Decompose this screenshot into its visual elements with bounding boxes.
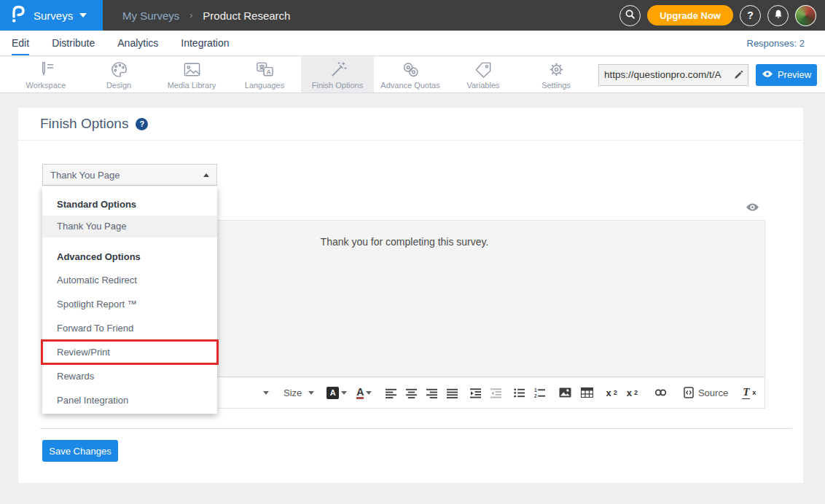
chevron-down-icon: [308, 391, 314, 395]
toolbar-item-media-library[interactable]: Media Library: [155, 57, 228, 92]
toolbar-item-finish-options[interactable]: Finish Options: [301, 57, 374, 92]
tab-integration[interactable]: Integration: [181, 31, 229, 55]
chevron-up-icon: [203, 173, 209, 177]
bulleted-list-button[interactable]: [514, 387, 525, 398]
breadcrumb-my-surveys[interactable]: My Surveys: [122, 9, 179, 22]
dropdown-group-advanced-options: Advanced Options: [42, 246, 217, 268]
insert-image-button[interactable]: [559, 387, 571, 398]
insert-table-button[interactable]: [581, 387, 593, 398]
preview-button[interactable]: Preview: [756, 64, 817, 86]
source-button[interactable]: Source: [684, 387, 728, 398]
brand-menu[interactable]: Surveys: [0, 0, 103, 31]
dropdown-item-review-print[interactable]: Review/Print: [42, 340, 217, 364]
toolbar-item-label: Advance Quotas: [380, 81, 439, 90]
pencil-icon: [733, 70, 743, 80]
toolbar-item-workspace[interactable]: Workspace: [9, 57, 82, 92]
settings-icon: [547, 60, 566, 79]
toolbar-item-label: Settings: [541, 81, 571, 90]
toolbar-item-languages[interactable]: A Languages: [228, 57, 301, 92]
panel-header: Finish Options ?: [18, 108, 803, 141]
help-tooltip-icon[interactable]: ?: [136, 118, 148, 130]
page-title: Finish Options: [40, 116, 128, 132]
variables-icon: [474, 60, 493, 79]
user-avatar[interactable]: [795, 5, 816, 26]
workspace-icon: [36, 60, 56, 79]
edit-toolbar: Workspace Design Media Library: [0, 57, 825, 93]
chevron-down-icon: [366, 391, 372, 395]
dropdown-item-rewards[interactable]: Rewards: [42, 364, 217, 388]
dropdown-item-spotlight-report[interactable]: Spotlight Report ™: [42, 292, 217, 316]
survey-url-field[interactable]: [598, 64, 748, 86]
search-icon: [625, 9, 636, 22]
finish-option-select-value: Thank You Page: [50, 170, 120, 181]
svg-text:1: 1: [534, 387, 537, 393]
finish-option-select[interactable]: Thank You Page: [42, 164, 217, 186]
remove-format-button[interactable]: Tx: [742, 386, 756, 399]
tab-edit[interactable]: Edit: [12, 31, 29, 55]
font-combo-caret[interactable]: [263, 391, 269, 395]
size-combo[interactable]: Size: [284, 387, 314, 398]
breadcrumb-separator: ›: [189, 10, 192, 20]
chevron-down-icon: [79, 13, 87, 17]
upgrade-now-button[interactable]: Upgrade Now: [647, 5, 733, 25]
breadcrumb-current-survey: Product Research: [203, 9, 290, 22]
numbered-list-button[interactable]: 12: [534, 387, 545, 398]
align-right-button[interactable]: [426, 387, 437, 398]
justify-icon: [447, 387, 458, 398]
media-library-icon: [182, 60, 202, 79]
save-changes-button[interactable]: Save Changes: [42, 440, 118, 462]
questionpro-logo-icon: [9, 4, 27, 26]
remove-format-icon: T: [742, 386, 750, 399]
toolbar-item-label: Variables: [466, 81, 499, 90]
notifications-button[interactable]: [767, 5, 789, 26]
toolbar-right-group: Preview: [598, 57, 825, 92]
subscript-button[interactable]: x2: [606, 387, 617, 398]
tab-analytics[interactable]: Analytics: [117, 31, 158, 55]
text-color-button[interactable]: A: [356, 387, 372, 399]
svg-text:2: 2: [534, 393, 537, 398]
responses-count[interactable]: Responses: 2: [747, 38, 805, 49]
eye-icon: [762, 69, 773, 80]
background-color-button[interactable]: A: [327, 387, 347, 399]
content-preview-eye-icon[interactable]: [746, 202, 759, 215]
svg-text:A: A: [266, 68, 271, 75]
dropdown-item-panel-integration[interactable]: Panel Integration: [42, 388, 217, 412]
tab-distribute[interactable]: Distribute: [52, 31, 95, 55]
dropdown-item-thank-you-page[interactable]: Thank You Page: [42, 216, 217, 237]
justify-button[interactable]: [447, 387, 458, 398]
insert-table-icon: [581, 387, 593, 398]
nav-tabs: Edit Distribute Analytics Integration: [12, 31, 229, 55]
indent-increase-button[interactable]: [470, 387, 481, 398]
insert-link-button[interactable]: [654, 387, 667, 398]
link-icon: [654, 387, 667, 398]
bell-icon: [773, 9, 783, 22]
align-right-icon: [426, 387, 437, 398]
dropdown-item-automatic-redirect[interactable]: Automatic Redirect: [42, 268, 217, 292]
preview-button-label: Preview: [778, 69, 811, 80]
toolbar-item-settings[interactable]: Settings: [520, 57, 593, 92]
survey-url-input[interactable]: [599, 69, 729, 80]
dropdown-group-standard-options: Standard Options: [42, 194, 217, 216]
align-left-icon: [386, 387, 396, 398]
align-center-button[interactable]: [406, 387, 417, 398]
advance-quotas-icon: [401, 60, 421, 79]
breadcrumb: My Surveys › Product Research: [122, 9, 290, 22]
indent-decrease-button[interactable]: [490, 387, 501, 398]
align-left-button[interactable]: [386, 387, 396, 398]
background-color-icon: A: [327, 387, 339, 399]
superscript-button[interactable]: x2: [627, 387, 638, 398]
align-center-icon: [406, 387, 417, 398]
toolbar-item-advance-quotas[interactable]: Advance Quotas: [374, 57, 447, 92]
toolbar-item-label: Design: [106, 81, 131, 90]
toolbar-item-variables[interactable]: Variables: [447, 57, 520, 92]
search-button[interactable]: [619, 5, 641, 26]
toolbar-item-label: Workspace: [26, 81, 66, 90]
chevron-down-icon: [341, 391, 347, 395]
question-mark-icon: ?: [747, 9, 754, 21]
survey-nav: Edit Distribute Analytics Integration Re…: [0, 31, 825, 56]
dropdown-item-forward-to-friend[interactable]: Forward To Friend: [42, 316, 217, 340]
finish-options-icon: [328, 60, 348, 79]
toolbar-item-design[interactable]: Design: [82, 57, 155, 92]
edit-url-button[interactable]: [729, 70, 748, 80]
help-button[interactable]: ?: [740, 5, 761, 26]
